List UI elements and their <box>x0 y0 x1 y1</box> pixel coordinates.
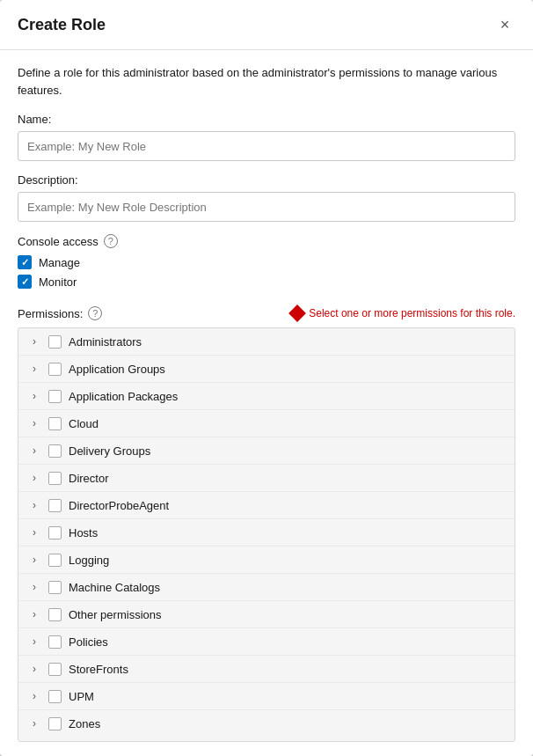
description-input[interactable] <box>18 192 515 222</box>
perm-checkbox-13[interactable] <box>48 690 62 703</box>
dialog-title: Create Role <box>18 16 106 34</box>
manage-label: Manage <box>39 256 80 269</box>
console-access-label: Console access ? <box>18 234 515 248</box>
name-label: Name: <box>18 113 515 126</box>
expand-arrow-9[interactable]: › <box>27 580 41 594</box>
permission-name-14: Zones <box>69 717 100 730</box>
warning-diamond-icon <box>288 305 306 322</box>
monitor-checkbox[interactable]: ✓ <box>18 275 32 289</box>
list-item: › StoreFronts <box>18 656 515 683</box>
monitor-label: Monitor <box>39 275 77 289</box>
expand-arrow-5[interactable]: › <box>27 471 41 485</box>
list-item: › Delivery Groups <box>18 437 515 465</box>
permission-name-9: Machine Catalogs <box>69 581 160 594</box>
perm-checkbox-5[interactable] <box>48 472 62 485</box>
list-item: › Application Groups <box>18 356 515 383</box>
permission-name-2: Application Packages <box>69 390 178 403</box>
perm-checkbox-7[interactable] <box>48 526 62 539</box>
list-item: › Machine Catalogs <box>18 574 515 601</box>
expand-arrow-11[interactable]: › <box>27 635 41 649</box>
permission-name-3: Cloud <box>69 417 99 430</box>
expand-arrow-13[interactable]: › <box>27 689 41 703</box>
permissions-label: Permissions: ? <box>18 306 102 320</box>
expand-arrow-2[interactable]: › <box>27 389 41 403</box>
console-access-help-icon[interactable]: ? <box>104 234 118 248</box>
perm-checkbox-4[interactable] <box>48 444 62 458</box>
perm-checkbox-9[interactable] <box>48 581 62 594</box>
expand-arrow-7[interactable]: › <box>27 525 41 539</box>
list-item: › Zones <box>18 710 515 737</box>
dialog-header: Create Role × <box>0 0 533 50</box>
monitor-checkbox-row: ✓ Monitor <box>18 275 515 289</box>
expand-arrow-1[interactable]: › <box>27 362 41 376</box>
manage-checkbox[interactable]: ✓ <box>18 255 32 269</box>
list-item: › Policies <box>18 628 515 656</box>
expand-arrow-8[interactable]: › <box>27 553 41 567</box>
permission-name-6: DirectorProbeAgent <box>69 499 169 512</box>
permission-name-7: Hosts <box>69 526 98 539</box>
permissions-help-icon[interactable]: ? <box>88 306 102 320</box>
perm-checkbox-1[interactable] <box>48 363 62 376</box>
perm-checkbox-14[interactable] <box>48 717 62 730</box>
list-item: › DirectorProbeAgent <box>18 492 515 519</box>
expand-arrow-6[interactable]: › <box>27 498 41 512</box>
list-item: › Administrators <box>18 328 515 356</box>
perm-checkbox-6[interactable] <box>48 499 62 512</box>
perm-checkbox-11[interactable] <box>48 635 62 649</box>
perm-checkbox-12[interactable] <box>48 663 62 676</box>
permissions-warning: Select one or more permissions for this … <box>291 307 515 319</box>
manage-checkbox-row: ✓ Manage <box>18 255 515 269</box>
expand-arrow-12[interactable]: › <box>27 662 41 676</box>
description-label: Description: <box>18 173 515 187</box>
list-item: › Hosts <box>18 519 515 547</box>
dialog-body: Define a role for this administrator bas… <box>0 50 533 756</box>
permission-name-13: UPM <box>69 690 94 703</box>
permission-name-4: Delivery Groups <box>69 444 150 458</box>
list-item: › Other permissions <box>18 601 515 628</box>
list-item: › Logging <box>18 547 515 574</box>
perm-checkbox-3[interactable] <box>48 417 62 430</box>
permission-name-11: Policies <box>69 635 108 649</box>
list-item: › Director <box>18 465 515 492</box>
perm-checkbox-10[interactable] <box>48 608 62 621</box>
permission-name-10: Other permissions <box>69 608 161 621</box>
permissions-list: › Administrators › Application Groups › … <box>18 327 515 742</box>
permission-name-5: Director <box>69 472 109 485</box>
permissions-header: Permissions: ? Select one or more permis… <box>18 306 515 320</box>
list-item: › Application Packages <box>18 383 515 410</box>
create-role-dialog: Create Role × Define a role for this adm… <box>0 0 533 756</box>
close-button[interactable]: × <box>494 14 515 35</box>
permission-name-0: Administrators <box>69 335 142 349</box>
console-access-section: Console access ? ✓ Manage ✓ Monitor <box>18 234 515 294</box>
expand-arrow-4[interactable]: › <box>27 444 41 458</box>
description-text: Define a role for this administrator bas… <box>18 64 515 99</box>
expand-arrow-14[interactable]: › <box>27 716 41 730</box>
list-item: › Cloud <box>18 410 515 437</box>
perm-checkbox-8[interactable] <box>48 554 62 567</box>
permission-name-8: Logging <box>69 554 109 567</box>
expand-arrow-3[interactable]: › <box>27 416 41 430</box>
name-input[interactable] <box>18 131 515 161</box>
permission-name-12: StoreFronts <box>69 663 128 676</box>
perm-checkbox-2[interactable] <box>48 390 62 403</box>
expand-arrow-10[interactable]: › <box>27 607 41 621</box>
list-item: › UPM <box>18 683 515 710</box>
perm-checkbox-0[interactable] <box>48 335 62 349</box>
permission-name-1: Application Groups <box>69 363 165 376</box>
expand-arrow-0[interactable]: › <box>27 334 41 349</box>
